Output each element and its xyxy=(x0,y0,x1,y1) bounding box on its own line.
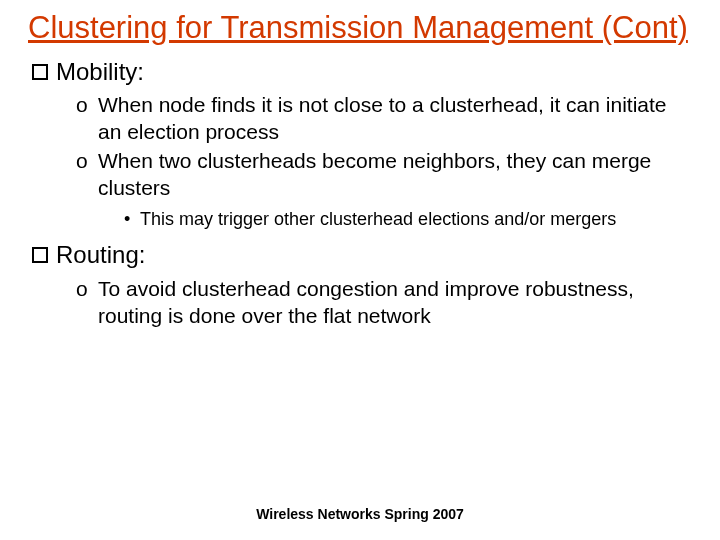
list-item: To avoid clusterhead congestion and impr… xyxy=(76,276,692,330)
section-heading: Routing: xyxy=(56,241,145,270)
bullet-list: When node finds it is not close to a clu… xyxy=(28,92,692,231)
section-heading: Mobility: xyxy=(56,58,144,87)
sub-bullet-list: This may trigger other clusterhead elect… xyxy=(98,208,692,231)
square-bullet-icon xyxy=(32,247,48,263)
list-item-text: When two clusterheads become neighbors, … xyxy=(98,149,651,199)
bullet-list: To avoid clusterhead congestion and impr… xyxy=(28,276,692,330)
list-item: When node finds it is not close to a clu… xyxy=(76,92,692,146)
sub-list-item: This may trigger other clusterhead elect… xyxy=(124,208,692,231)
section-heading-row: Mobility: xyxy=(32,58,692,87)
slide-container: Clustering for Transmission Management (… xyxy=(0,0,720,540)
section-heading-row: Routing: xyxy=(32,241,692,270)
square-bullet-icon xyxy=(32,64,48,80)
slide-title: Clustering for Transmission Management (… xyxy=(28,10,692,46)
slide-footer: Wireless Networks Spring 2007 xyxy=(0,506,720,522)
list-item: When two clusterheads become neighbors, … xyxy=(76,148,692,231)
